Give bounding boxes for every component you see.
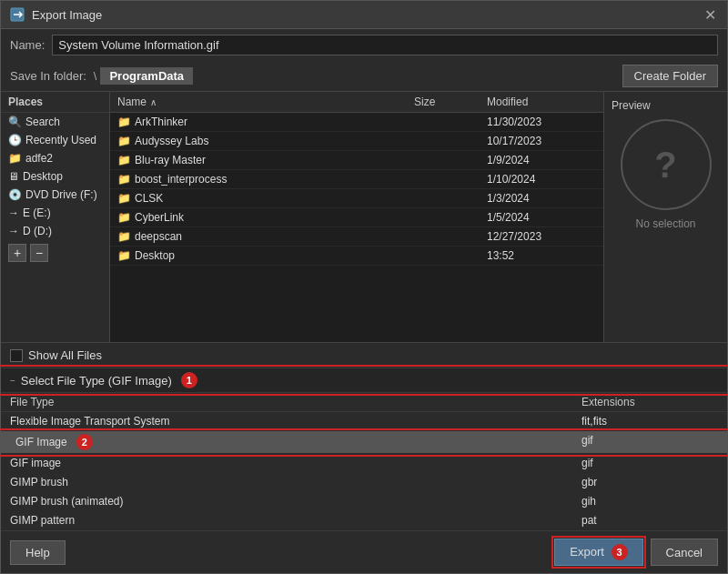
file-modified-arkthinker: 11/30/2023	[487, 116, 596, 128]
dvd-icon: 💿	[8, 188, 22, 201]
folder-separator: \	[94, 69, 97, 83]
file-row-cyberlink[interactable]: 📁CyberLink 1/5/2024	[110, 208, 603, 227]
file-type-row-gif-image-upper[interactable]: GIF Image 2 gif	[1, 431, 727, 454]
file-row-boost[interactable]: 📁boost_interprocess 1/10/2024	[110, 170, 603, 189]
place-item-d-drive[interactable]: → D (D:)	[1, 222, 109, 240]
folder-icon: 📁	[117, 249, 131, 262]
select-file-type-row[interactable]: − Select File Type (GIF Image) 1	[1, 368, 727, 393]
step1-badge: 1	[181, 372, 197, 388]
select-file-type-label: Select File Type (GIF Image)	[21, 374, 172, 388]
main-area: Places 🔍 Search 🕒 Recently Used 📁 adfe2 …	[1, 91, 727, 342]
button-bar: Help Export 3 Cancel	[1, 530, 727, 573]
file-type-row-fits[interactable]: Flexible Image Transport System fit,fits	[1, 412, 727, 431]
file-row-desktop[interactable]: 📁Desktop 13:52	[110, 247, 603, 266]
show-all-files-row[interactable]: Show All Files	[1, 343, 727, 368]
file-row-arkthinker[interactable]: 📁ArkThinker 11/30/2023	[110, 113, 603, 132]
file-type-row-gimp-brush[interactable]: GIMP brush gbr	[1, 473, 727, 492]
gif-image-badge: GIF Image	[10, 435, 73, 449]
place-label-recently-used: Recently Used	[25, 134, 96, 146]
file-type-ext-gif-lower: gif	[581, 457, 718, 469]
name-input[interactable]	[52, 35, 718, 55]
file-panel: Name ∧ Size Modified 📁ArkThinker 11/30/2…	[110, 92, 604, 342]
export-icon	[10, 7, 25, 22]
close-button[interactable]: ✕	[702, 6, 718, 23]
file-type-ext-gimp-pattern: pat	[581, 514, 718, 527]
folder-row: Save In folder: \ ProgramData Create Fol…	[1, 61, 727, 91]
col-name-header: Name ∧	[117, 96, 414, 108]
file-size-deepscan	[414, 230, 487, 243]
place-item-dvd-drive[interactable]: 💿 DVD Drive (F:)	[1, 186, 109, 204]
file-type-name-gimp-pattern: GIMP pattern	[10, 514, 75, 527]
show-all-files-checkbox[interactable]	[10, 349, 23, 362]
place-label-adfe2: adfe2	[25, 152, 53, 165]
file-type-row-gif-image-lower[interactable]: GIF image gif	[1, 454, 727, 473]
title-bar: Export Image ✕	[1, 1, 727, 29]
step3-badge: 3	[612, 544, 628, 560]
title-bar-left: Export Image	[10, 7, 102, 22]
file-size-desktop	[414, 249, 487, 262]
folder-icon: 📁	[117, 230, 131, 243]
place-item-e-drive[interactable]: → E (E:)	[1, 204, 109, 222]
name-row: Name:	[1, 29, 727, 61]
action-buttons: Export 3 Cancel	[554, 539, 718, 566]
preview-label: Preview	[612, 99, 651, 112]
show-all-files-label: Show All Files	[28, 348, 102, 362]
create-folder-button[interactable]: Create Folder	[622, 65, 718, 87]
place-item-search[interactable]: 🔍 Search	[1, 113, 109, 131]
folder-icon: 📁	[117, 173, 131, 186]
folder-icon: 📁	[8, 152, 22, 165]
places-actions: + −	[1, 240, 109, 266]
file-name-desktop: Desktop	[135, 249, 175, 262]
save-in-label: Save In folder:	[10, 69, 86, 83]
place-label-dvd-drive: DVD Drive (F:)	[25, 188, 97, 201]
help-button[interactable]: Help	[10, 540, 66, 565]
file-row-bluray[interactable]: 📁Blu-ray Master 1/9/2024	[110, 151, 603, 170]
col-file-type-label: File Type	[10, 396, 581, 408]
file-row-clsk[interactable]: 📁CLSK 1/3/2024	[110, 189, 603, 208]
file-type-name-fits: Flexible Image Transport System	[10, 415, 169, 428]
add-place-button[interactable]: +	[8, 244, 26, 262]
no-preview-icon: ?	[654, 145, 676, 186]
file-modified-boost: 1/10/2024	[487, 173, 596, 186]
remove-place-button[interactable]: −	[30, 244, 48, 262]
name-col-label: Name	[117, 96, 147, 108]
file-modified-desktop: 13:52	[487, 249, 596, 262]
size-col-label: Size	[414, 96, 487, 108]
file-size-boost	[414, 173, 487, 186]
file-size-arkthinker	[414, 116, 487, 128]
file-row-audyssey[interactable]: 📁Audyssey Labs 10/17/2023	[110, 132, 603, 151]
file-type-ext-gimp-brush: gbr	[581, 476, 718, 488]
folder-path: \ ProgramData	[94, 67, 193, 85]
place-item-adfe2[interactable]: 📁 adfe2	[1, 149, 109, 167]
dialog-title: Export Image	[32, 8, 102, 22]
place-label-e-drive: E (E:)	[23, 206, 51, 219]
file-modified-deepscan: 12/27/2023	[487, 230, 596, 243]
export-button[interactable]: Export 3	[554, 539, 642, 566]
file-type-row-gimp-brush-animated[interactable]: GIMP brush (animated) gih	[1, 492, 727, 511]
file-type-name-gimp-brush-animated: GIMP brush (animated)	[10, 495, 124, 508]
file-type-name-gif-lower: GIF image	[10, 457, 61, 469]
col-extensions-label: Extensions	[581, 396, 718, 408]
file-type-ext-gimp-brush-animated: gih	[581, 495, 718, 508]
export-image-dialog: Export Image ✕ Name: Save In folder: \ P…	[0, 0, 728, 574]
file-name-clsk: CLSK	[135, 192, 163, 205]
file-name-audyssey: Audyssey Labs	[135, 135, 208, 147]
place-item-desktop[interactable]: 🖥 Desktop	[1, 167, 109, 186]
folder-icon: 📁	[117, 211, 131, 224]
file-name-bluray: Blu-ray Master	[135, 154, 206, 166]
folder-icon: 📁	[117, 135, 131, 147]
file-name-boost: boost_interprocess	[135, 173, 227, 186]
folder-name-badge: ProgramData	[100, 67, 193, 85]
file-type-row-gimp-pattern[interactable]: GIMP pattern pat	[1, 511, 727, 530]
place-item-recently-used[interactable]: 🕒 Recently Used	[1, 131, 109, 149]
file-size-audyssey	[414, 135, 487, 147]
bottom-section: Show All Files − Select File Type (GIF I…	[1, 342, 727, 573]
file-type-ext-fits: fit,fits	[581, 415, 718, 428]
preview-panel: Preview ? No selection	[604, 92, 727, 342]
places-header: Places	[1, 92, 109, 113]
file-name-arkthinker: ArkThinker	[135, 116, 187, 128]
file-name-deepscan: deepscan	[135, 230, 182, 243]
file-row-deepscan[interactable]: 📁deepscan 12/27/2023	[110, 227, 603, 247]
desktop-icon: 🖥	[8, 170, 19, 183]
cancel-button[interactable]: Cancel	[651, 539, 718, 566]
